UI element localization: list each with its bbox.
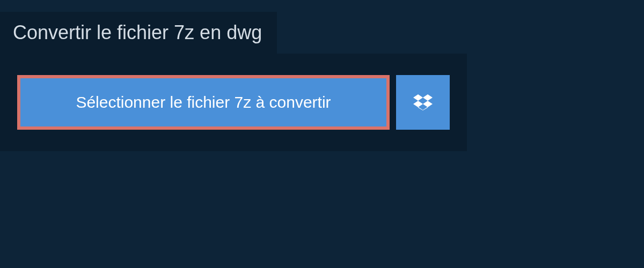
button-row: Sélectionner le fichier 7z à convertir <box>17 75 450 130</box>
main-panel: Sélectionner le fichier 7z à convertir <box>0 54 467 151</box>
dropbox-icon <box>413 93 433 112</box>
dropbox-button[interactable] <box>396 75 450 130</box>
select-file-button[interactable]: Sélectionner le fichier 7z à convertir <box>17 75 390 130</box>
select-file-label: Sélectionner le fichier 7z à convertir <box>76 93 331 111</box>
page-title: Convertir le fichier 7z en dwg <box>13 21 262 44</box>
header-tab: Convertir le fichier 7z en dwg <box>0 12 277 54</box>
